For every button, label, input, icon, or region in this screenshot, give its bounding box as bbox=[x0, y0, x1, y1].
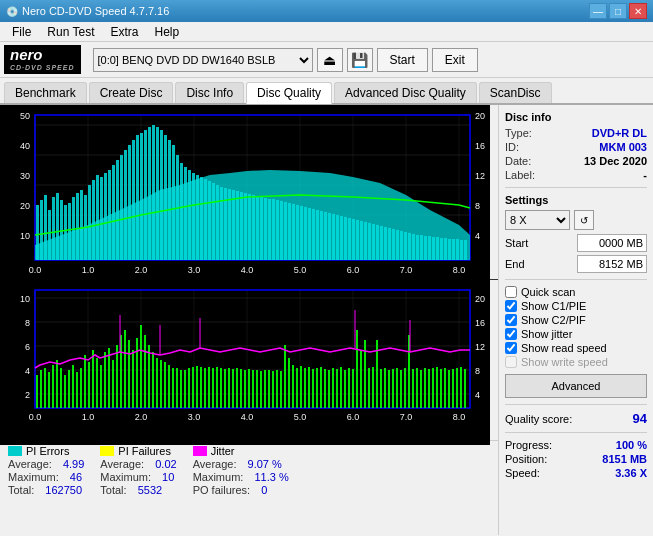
svg-rect-194 bbox=[168, 365, 170, 408]
svg-text:2.0: 2.0 bbox=[135, 412, 148, 422]
tab-scan-disc[interactable]: ScanDisc bbox=[479, 82, 552, 103]
svg-rect-68 bbox=[236, 191, 239, 260]
quality-score-value: 94 bbox=[633, 411, 647, 426]
svg-text:16: 16 bbox=[475, 318, 485, 328]
close-button[interactable]: ✕ bbox=[629, 3, 647, 19]
quick-scan-checkbox[interactable] bbox=[505, 286, 517, 298]
svg-rect-81 bbox=[288, 203, 291, 260]
charts-and-stats: 50 40 30 20 10 20 16 12 8 4 bbox=[0, 105, 653, 535]
start-button[interactable]: Start bbox=[377, 48, 428, 72]
svg-text:40: 40 bbox=[20, 141, 30, 151]
svg-rect-102 bbox=[372, 224, 375, 260]
svg-rect-76 bbox=[268, 199, 271, 260]
tab-create-disc[interactable]: Create Disc bbox=[89, 82, 174, 103]
pie-total-label: Total: bbox=[8, 484, 34, 496]
svg-rect-167 bbox=[60, 368, 62, 408]
tab-disc-info[interactable]: Disc Info bbox=[175, 82, 244, 103]
tab-advanced-disc-quality[interactable]: Advanced Disc Quality bbox=[334, 82, 477, 103]
show-c2-pif-checkbox[interactable] bbox=[505, 314, 517, 326]
svg-rect-42 bbox=[132, 140, 135, 260]
svg-rect-223 bbox=[284, 345, 286, 408]
advanced-button[interactable]: Advanced bbox=[505, 374, 647, 398]
start-input[interactable] bbox=[577, 234, 647, 252]
svg-rect-193 bbox=[164, 362, 166, 408]
svg-text:7.0: 7.0 bbox=[400, 412, 413, 422]
tab-disc-quality[interactable]: Disc Quality bbox=[246, 82, 332, 104]
svg-rect-40 bbox=[124, 150, 127, 260]
svg-rect-103 bbox=[376, 225, 379, 260]
svg-rect-84 bbox=[300, 206, 303, 260]
disc-date-row: Date: 13 Dec 2020 bbox=[505, 155, 647, 167]
save-button[interactable]: 💾 bbox=[347, 48, 373, 72]
menu-run-test[interactable]: Run Test bbox=[39, 23, 102, 41]
exit-button[interactable]: Exit bbox=[432, 48, 478, 72]
toolbar: nero CD·DVD SPEED [0:0] BENQ DVD DD DW16… bbox=[0, 42, 653, 78]
svg-rect-236 bbox=[336, 369, 338, 408]
svg-rect-57 bbox=[192, 173, 195, 260]
svg-rect-19 bbox=[40, 200, 43, 260]
svg-rect-255 bbox=[412, 369, 414, 408]
svg-rect-256 bbox=[416, 368, 418, 408]
right-panel: Disc info Type: DVD+R DL ID: MKM 003 Dat… bbox=[498, 105, 653, 535]
drive-selector: [0:0] BENQ DVD DD DW1640 BSLB bbox=[93, 48, 313, 72]
svg-text:2: 2 bbox=[25, 390, 30, 400]
svg-rect-245 bbox=[372, 367, 374, 408]
show-c1-pie-checkbox[interactable] bbox=[505, 300, 517, 312]
tab-benchmark[interactable]: Benchmark bbox=[4, 82, 87, 103]
svg-rect-170 bbox=[72, 365, 74, 408]
drive-select[interactable]: [0:0] BENQ DVD DD DW1640 BSLB bbox=[93, 48, 313, 72]
pif-max-value: 10 bbox=[162, 471, 174, 483]
eject-button[interactable]: ⏏ bbox=[317, 48, 343, 72]
maximize-button[interactable]: □ bbox=[609, 3, 627, 19]
svg-text:16: 16 bbox=[475, 141, 485, 151]
svg-rect-178 bbox=[104, 352, 106, 408]
svg-rect-62 bbox=[212, 183, 215, 260]
svg-rect-24 bbox=[60, 200, 63, 260]
svg-text:12: 12 bbox=[475, 171, 485, 181]
show-jitter-checkbox[interactable] bbox=[505, 328, 517, 340]
svg-rect-74 bbox=[260, 197, 263, 260]
svg-rect-169 bbox=[68, 370, 70, 408]
svg-rect-258 bbox=[424, 368, 426, 408]
menu-file[interactable]: File bbox=[4, 23, 39, 41]
svg-rect-215 bbox=[252, 370, 254, 408]
svg-rect-212 bbox=[240, 369, 242, 408]
minimize-button[interactable]: — bbox=[589, 3, 607, 19]
divider-4 bbox=[505, 432, 647, 433]
svg-rect-171 bbox=[76, 372, 78, 408]
svg-text:3.0: 3.0 bbox=[188, 265, 201, 275]
svg-rect-225 bbox=[292, 365, 294, 408]
svg-rect-222 bbox=[280, 371, 282, 408]
svg-rect-204 bbox=[208, 367, 210, 408]
svg-rect-163 bbox=[44, 368, 46, 408]
speed-select[interactable]: 8 X bbox=[505, 210, 570, 230]
show-c1-pie-row: Show C1/PIE bbox=[505, 300, 647, 312]
svg-rect-161 bbox=[36, 375, 38, 408]
menu-extra[interactable]: Extra bbox=[102, 23, 146, 41]
pie-total-value: 162750 bbox=[45, 484, 82, 496]
show-read-speed-checkbox[interactable] bbox=[505, 342, 517, 354]
svg-rect-71 bbox=[248, 194, 251, 260]
show-write-speed-checkbox[interactable] bbox=[505, 356, 517, 368]
pif-avg-value: 0.02 bbox=[155, 458, 176, 470]
settings-title: Settings bbox=[505, 194, 647, 206]
svg-rect-179 bbox=[108, 348, 110, 408]
svg-rect-121 bbox=[448, 239, 451, 260]
divider-1 bbox=[505, 187, 647, 188]
svg-rect-124 bbox=[460, 240, 463, 260]
charts-area: 50 40 30 20 10 20 16 12 8 4 bbox=[0, 105, 653, 535]
svg-rect-247 bbox=[380, 369, 382, 408]
svg-text:8: 8 bbox=[475, 201, 480, 211]
svg-rect-214 bbox=[248, 369, 250, 408]
svg-rect-86 bbox=[308, 208, 311, 260]
speed-refresh-button[interactable]: ↺ bbox=[574, 210, 594, 230]
svg-rect-87 bbox=[312, 209, 315, 260]
svg-text:1.0: 1.0 bbox=[82, 412, 95, 422]
menu-help[interactable]: Help bbox=[147, 23, 188, 41]
svg-rect-70 bbox=[244, 193, 247, 260]
svg-rect-196 bbox=[176, 368, 178, 408]
end-input[interactable] bbox=[577, 255, 647, 273]
quick-scan-label: Quick scan bbox=[521, 286, 575, 298]
svg-rect-164 bbox=[48, 372, 50, 408]
show-c1-pie-label: Show C1/PIE bbox=[521, 300, 586, 312]
